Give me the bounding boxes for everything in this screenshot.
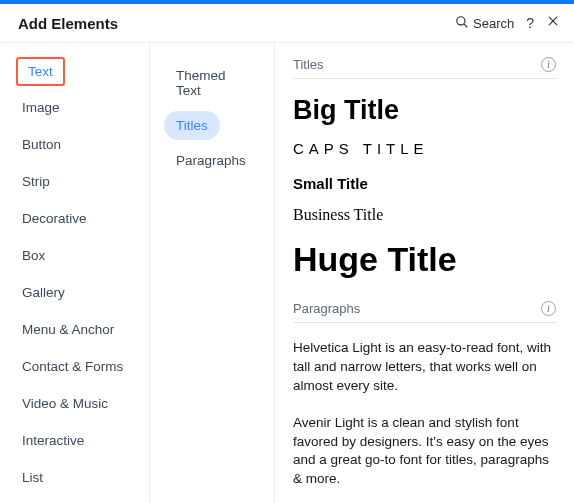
category-item-video-music[interactable]: Video & Music xyxy=(16,388,114,419)
category-item-strip[interactable]: Strip xyxy=(16,166,56,197)
svg-line-1 xyxy=(464,24,467,27)
paragraph-preset-helvetica[interactable]: Helvetica Light is an easy-to-read font,… xyxy=(293,339,556,396)
info-icon[interactable]: i xyxy=(541,301,556,316)
search-button[interactable]: Search xyxy=(455,15,514,32)
category-item-list[interactable]: List xyxy=(16,462,49,493)
info-icon[interactable]: i xyxy=(541,57,556,72)
category-item-gallery[interactable]: Gallery xyxy=(16,277,71,308)
title-preset-big[interactable]: Big Title xyxy=(293,95,556,126)
paragraphs-section-header: Paragraphs i xyxy=(293,301,556,323)
svg-point-0 xyxy=(457,16,465,24)
titles-section-header: Titles i xyxy=(293,57,556,79)
title-preset-small[interactable]: Small Title xyxy=(293,175,556,192)
close-button[interactable] xyxy=(546,14,560,32)
subcategory-list: Themed Text Titles Paragraphs xyxy=(150,43,275,503)
header-actions: Search ? xyxy=(455,14,560,32)
category-item-image[interactable]: Image xyxy=(16,92,66,123)
title-preset-business[interactable]: Business Title xyxy=(293,206,556,224)
paragraph-preset-avenir[interactable]: Avenir Light is a clean and stylish font… xyxy=(293,414,556,490)
help-button[interactable]: ? xyxy=(526,15,534,31)
search-icon xyxy=(455,15,469,32)
subcategory-item-paragraphs[interactable]: Paragraphs xyxy=(164,146,258,175)
search-label: Search xyxy=(473,16,514,31)
category-item-embed-code[interactable]: Embed Code xyxy=(16,499,107,503)
category-item-decorative[interactable]: Decorative xyxy=(16,203,93,234)
titles-section-label: Titles xyxy=(293,57,324,72)
add-elements-panel: Add Elements Search ? Text Image Button … xyxy=(0,4,574,503)
category-item-contact-forms[interactable]: Contact & Forms xyxy=(16,351,129,382)
panel-title: Add Elements xyxy=(18,15,455,32)
category-item-menu-anchor[interactable]: Menu & Anchor xyxy=(16,314,120,345)
subcategory-item-titles[interactable]: Titles xyxy=(164,111,220,140)
close-icon xyxy=(546,14,560,32)
preview-column: Titles i Big Title CAPS TITLE Small Titl… xyxy=(275,43,574,503)
category-item-text[interactable]: Text xyxy=(16,57,65,86)
title-preset-caps[interactable]: CAPS TITLE xyxy=(293,140,556,157)
panel-columns: Text Image Button Strip Decorative Box G… xyxy=(0,43,574,503)
category-item-button[interactable]: Button xyxy=(16,129,67,160)
title-preset-huge[interactable]: Huge Title xyxy=(293,240,556,279)
category-item-interactive[interactable]: Interactive xyxy=(16,425,90,456)
panel-header: Add Elements Search ? xyxy=(0,4,574,43)
paragraphs-section-label: Paragraphs xyxy=(293,301,360,316)
subcategory-item-themed-text[interactable]: Themed Text xyxy=(164,61,264,105)
category-list: Text Image Button Strip Decorative Box G… xyxy=(0,43,150,503)
category-item-box[interactable]: Box xyxy=(16,240,51,271)
